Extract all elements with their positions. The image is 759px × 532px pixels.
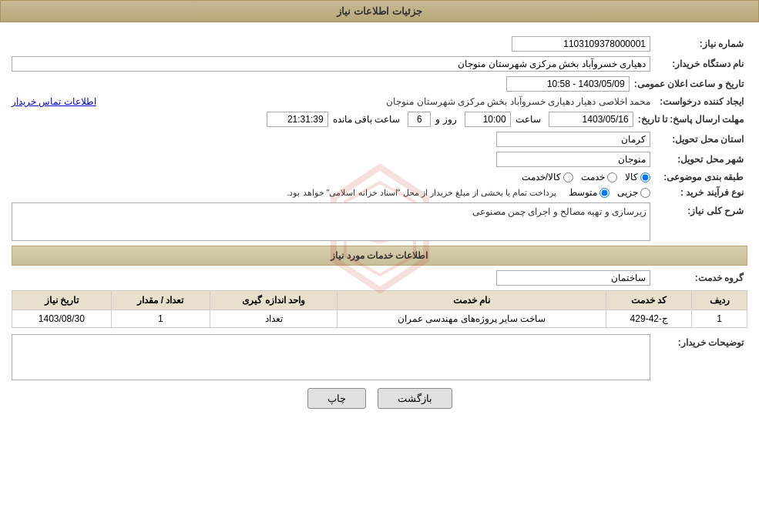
need-number-value: 1103109378000001 — [512, 36, 650, 52]
cell-name: ساخت سایر پروژه‌های مهندسی عمران — [337, 310, 606, 328]
deadline-days-label: روز و — [435, 114, 456, 125]
creator-value: محمد اخلاصی دهیار دهیاری خسروآباد بخش مر… — [101, 96, 650, 107]
back-button[interactable]: بازگشت — [378, 388, 452, 409]
services-table-body: 1 ج-42-429 ساخت سایر پروژه‌های مهندسی عم… — [12, 310, 747, 328]
city-value: منوجان — [496, 152, 650, 167]
need-number-label: شماره نیاز: — [655, 38, 747, 49]
radio-kala-input[interactable] — [640, 172, 650, 182]
radio-kala-khadamat-label: کالا/خدمت — [522, 172, 561, 182]
buyer-desc-row: توضیحات خریدار: — [12, 334, 747, 380]
deadline-days: 6 — [408, 112, 431, 127]
button-bar: بازگشت چاپ — [12, 388, 747, 420]
province-value: کرمان — [496, 132, 650, 147]
radio-khadamat-label: خدمت — [581, 172, 605, 182]
services-section-title: اطلاعات خدمات مورد نیاز — [12, 246, 747, 266]
col-unit: واحد اندازه گیری — [210, 291, 338, 310]
radio-mottavasset: متوسط — [569, 187, 610, 198]
cell-qty: 1 — [111, 310, 210, 328]
deadline-time-label: ساعت — [516, 114, 541, 125]
col-code: کد خدمت — [606, 291, 692, 310]
deadline-row: مهلت ارسال پاسخ: تا تاریخ: 1403/05/16 سا… — [12, 112, 747, 127]
radio-jozei-label: جزیی — [617, 187, 638, 198]
creator-row: ایجاد کننده درخواست: محمد اخلاصی دهیار د… — [12, 96, 747, 107]
deadline-label: مهلت ارسال پاسخ: تا تاریخ: — [638, 114, 747, 125]
print-button[interactable]: چاپ — [307, 388, 366, 409]
buyer-desc-box — [12, 334, 650, 380]
main-content: AnaT شماره نیاز: 1103109378000001 نام دس… — [0, 28, 759, 428]
purchase-type-label: نوع فرآیند خرید : — [655, 187, 747, 198]
radio-kala-label: کالا — [625, 172, 638, 182]
service-group-row: گروه خدمت: ساختمان — [12, 270, 747, 286]
category-radio-group: کالا خدمت کالا/خدمت — [522, 172, 650, 182]
need-number-row: شماره نیاز: 1103109378000001 — [12, 36, 747, 52]
category-row: طبقه بندی موضوعی: کالا خدمت کالا/خدمت — [12, 172, 747, 182]
radio-mottavasset-input[interactable] — [599, 188, 610, 198]
table-row: 1 ج-42-429 ساخت سایر پروژه‌های مهندسی عم… — [12, 310, 747, 328]
buyer-org-row: نام دستگاه خریدار: دهیاری خسروآباد بخش م… — [12, 56, 747, 72]
cell-unit: تعداد — [210, 310, 338, 328]
services-table-header: ردیف کد خدمت نام خدمت واحد اندازه گیری ت… — [12, 291, 747, 310]
description-label: شرح کلی نیاز: — [655, 206, 747, 216]
radio-jozei: جزیی — [617, 187, 650, 198]
purchase-note: پرداخت تمام یا بخشی از مبلغ خریدار از مح… — [287, 188, 556, 198]
col-row-num: ردیف — [692, 291, 747, 310]
purchase-type-row: نوع فرآیند خرید : جزیی متوسط پرداخت تمام… — [12, 187, 747, 198]
category-label: طبقه بندی موضوعی: — [655, 172, 747, 182]
service-group-value: ساختمان — [496, 270, 650, 286]
city-label: شهر محل تحویل: — [655, 154, 747, 165]
col-name: نام خدمت — [337, 291, 606, 310]
page-header: جزئیات اطلاعات نیاز — [0, 0, 759, 22]
buyer-org-label: نام دستگاه خریدار: — [655, 59, 747, 69]
deadline-date: 1403/05/16 — [549, 112, 633, 127]
description-value: زیرسازی و تهیه مصالح و اجرای چمن مصنوعی — [15, 206, 646, 217]
province-row: استان محل تحویل: کرمان — [12, 132, 747, 147]
radio-khadamat: خدمت — [581, 172, 617, 182]
description-row: شرح کلی نیاز: زیرسازی و تهیه مصالح و اجر… — [12, 202, 747, 241]
radio-khadamat-input[interactable] — [607, 172, 617, 182]
contact-link[interactable]: اطلاعات تماس خریدار — [12, 96, 96, 107]
description-box: زیرسازی و تهیه مصالح و اجرای چمن مصنوعی — [12, 202, 650, 241]
radio-jozei-input[interactable] — [640, 188, 650, 198]
radio-mottavasset-label: متوسط — [569, 187, 597, 198]
services-table: ردیف کد خدمت نام خدمت واحد اندازه گیری ت… — [12, 290, 747, 328]
page-wrapper: جزئیات اطلاعات نیاز AnaT شماره نیاز: 110… — [0, 0, 759, 532]
creator-label: ایجاد کننده درخواست: — [655, 96, 747, 107]
service-group-label: گروه خدمت: — [655, 273, 747, 283]
buyer-org-value: دهیاری خسروآباد بخش مرکزی شهرستان منوجان — [12, 56, 650, 72]
deadline-remain-label: ساعت باقی مانده — [333, 114, 401, 125]
col-date: تاریخ نیاز — [12, 291, 112, 310]
announce-date-value: 1403/05/09 - 10:58 — [506, 76, 630, 92]
purchase-radio-group: جزیی متوسط — [569, 187, 650, 198]
cell-date: 1403/08/30 — [12, 310, 112, 328]
deadline-time: 10:00 — [465, 112, 511, 127]
announce-date-label: تاریخ و ساعت اعلان عمومی: — [634, 79, 747, 89]
cell-row-num: 1 — [692, 310, 747, 328]
radio-kala: کالا — [625, 172, 650, 182]
radio-kala-khadamat-input[interactable] — [563, 172, 573, 182]
announce-date-row: تاریخ و ساعت اعلان عمومی: 1403/05/09 - 1… — [12, 76, 747, 92]
province-label: استان محل تحویل: — [655, 134, 747, 145]
deadline-remain: 21:31:39 — [267, 112, 328, 127]
col-qty: تعداد / مقدار — [111, 291, 210, 310]
radio-kala-khadamat: کالا/خدمت — [522, 172, 573, 182]
city-row: شهر محل تحویل: منوجان — [12, 152, 747, 167]
buyer-desc-label: توضیحات خریدار: — [655, 337, 747, 348]
page-title: جزئیات اطلاعات نیاز — [337, 5, 421, 17]
cell-code: ج-42-429 — [606, 310, 692, 328]
